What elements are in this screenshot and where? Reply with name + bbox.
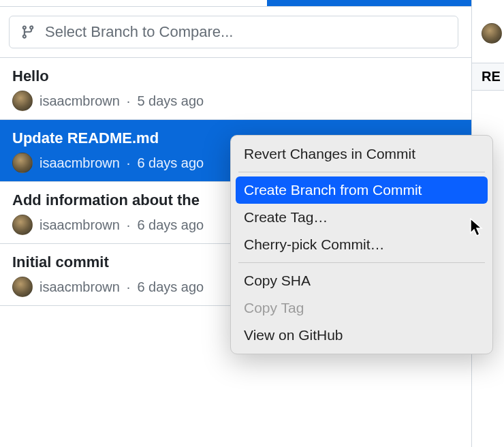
cursor-icon: [470, 218, 485, 237]
avatar: [482, 23, 502, 44]
commit-meta: isaacmbrown · 5 days ago: [12, 91, 492, 111]
file-tab[interactable]: RE: [472, 63, 504, 91]
separator: ·: [127, 217, 131, 233]
menu-item-view-github[interactable]: View on GitHub: [236, 322, 488, 349]
branch-selector-placeholder: Select Branch to Compare...: [45, 23, 233, 41]
separator: ·: [127, 279, 131, 295]
commit-author: isaacmbrown: [40, 279, 120, 295]
branch-selector[interactable]: Select Branch to Compare...: [9, 16, 458, 48]
avatar: [12, 153, 33, 173]
commit-author: isaacmbrown: [40, 93, 120, 109]
menu-item-copy-tag: Copy Tag: [236, 294, 488, 322]
menu-item-revert[interactable]: Revert Changes in Commit: [236, 140, 488, 168]
commit-item[interactable]: Hello isaacmbrown · 5 days ago: [0, 58, 504, 120]
separator: ·: [127, 155, 131, 171]
menu-separator: [238, 262, 485, 263]
menu-item-copy-sha[interactable]: Copy SHA: [236, 267, 488, 294]
menu-item-create-branch[interactable]: Create Branch from Commit: [236, 176, 488, 204]
menu-item-create-tag[interactable]: Create Tag…: [236, 204, 488, 231]
menu-separator: [238, 172, 485, 172]
commit-author: isaacmbrown: [40, 155, 120, 171]
commit-author: isaacmbrown: [40, 217, 120, 233]
avatar: [12, 91, 33, 111]
context-menu: Revert Changes in Commit Create Branch f…: [230, 135, 493, 354]
branch-selector-container: Select Branch to Compare...: [0, 7, 504, 58]
avatar: [12, 215, 33, 235]
commit-time: 6 days ago: [137, 155, 204, 171]
commit-title: Hello: [12, 67, 492, 85]
avatar: [12, 277, 33, 297]
separator: ·: [127, 93, 131, 109]
active-tab-indicator: [267, 0, 504, 6]
menu-item-cherry-pick[interactable]: Cherry-pick Commit…: [236, 231, 488, 258]
tab-bar: [0, 0, 504, 7]
git-branch-icon: [20, 25, 35, 40]
commit-time: 6 days ago: [137, 279, 204, 295]
commit-time: 5 days ago: [137, 93, 204, 109]
commit-time: 6 days ago: [137, 217, 204, 233]
